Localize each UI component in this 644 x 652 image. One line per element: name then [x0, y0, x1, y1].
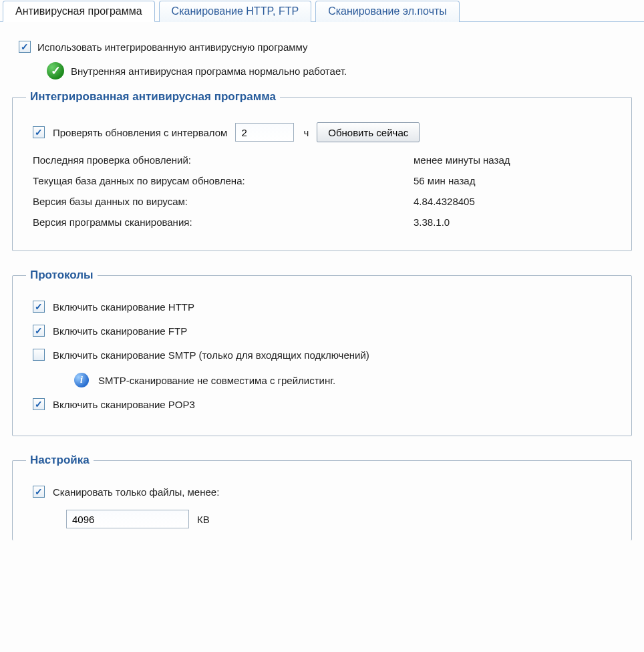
interval-input[interactable] [235, 123, 294, 142]
status-text: Внутренняя антивирусная программа нормал… [71, 65, 347, 77]
smtp-scan-label: Включить сканирование SMTP (только для в… [53, 349, 369, 361]
http-scan-label: Включить сканирование HTTP [53, 301, 194, 313]
pop3-scan-checkbox[interactable] [33, 398, 45, 410]
check-updates-label: Проверять обновления с интервалом [53, 127, 227, 138]
update-now-button[interactable]: Обновить сейчас [317, 122, 420, 142]
db-version-label: Версия базы данных по вирусам: [33, 196, 414, 207]
scanner-version-label: Версия программы сканирования: [33, 216, 414, 228]
db-version-value: 4.84.4328405 [414, 196, 618, 207]
protocols-group: Протоколы Включить сканирование HTTP Вкл… [12, 269, 632, 436]
file-size-unit: КВ [197, 514, 210, 525]
settings-legend: Настройка [26, 454, 94, 467]
info-icon [74, 373, 89, 387]
check-updates-checkbox[interactable] [33, 126, 45, 138]
last-check-label: Последняя проверка обновлений: [33, 154, 414, 166]
tab-email[interactable]: Сканирование эл.почты [315, 1, 460, 22]
file-size-input[interactable] [66, 510, 189, 528]
smtp-scan-checkbox[interactable] [33, 349, 45, 361]
tab-http-ftp[interactable]: Сканирование HTTP, FTP [159, 1, 312, 22]
use-integrated-label: Использовать интегрированную антивирусну… [37, 41, 308, 53]
use-integrated-checkbox[interactable] [19, 41, 31, 53]
last-check-value: менее минуты назад [414, 154, 618, 166]
smtp-note-text: SMTP-сканирование не совместима с грейли… [98, 375, 335, 386]
ftp-scan-checkbox[interactable] [33, 325, 45, 337]
protocols-legend: Протоколы [26, 269, 98, 282]
tabs: Антивирусная программа Сканирование HTTP… [0, 0, 644, 22]
ok-icon [47, 62, 64, 79]
ftp-scan-label: Включить сканирование FTP [53, 325, 187, 337]
antivirus-panel: Использовать интегрированную антивирусну… [0, 22, 644, 547]
integrated-legend: Интегрированная антивирусная программа [26, 90, 280, 104]
scan-only-files-checkbox[interactable] [33, 486, 45, 498]
settings-group: Настройка Сканировать только файлы, мене… [12, 454, 632, 540]
db-updated-value: 56 мин назад [414, 175, 618, 186]
db-updated-label: Текущая база данных по вирусам обновлена… [33, 175, 414, 186]
http-scan-checkbox[interactable] [33, 301, 45, 313]
scan-only-files-label: Сканировать только файлы, менее: [53, 486, 219, 498]
integrated-group: Интегрированная антивирусная программа П… [12, 90, 632, 251]
interval-unit: ч [303, 127, 309, 138]
tab-antivirus[interactable]: Антивирусная программа [3, 1, 155, 22]
scanner-version-value: 3.38.1.0 [414, 216, 618, 228]
pop3-scan-label: Включить сканирование POP3 [53, 399, 195, 410]
